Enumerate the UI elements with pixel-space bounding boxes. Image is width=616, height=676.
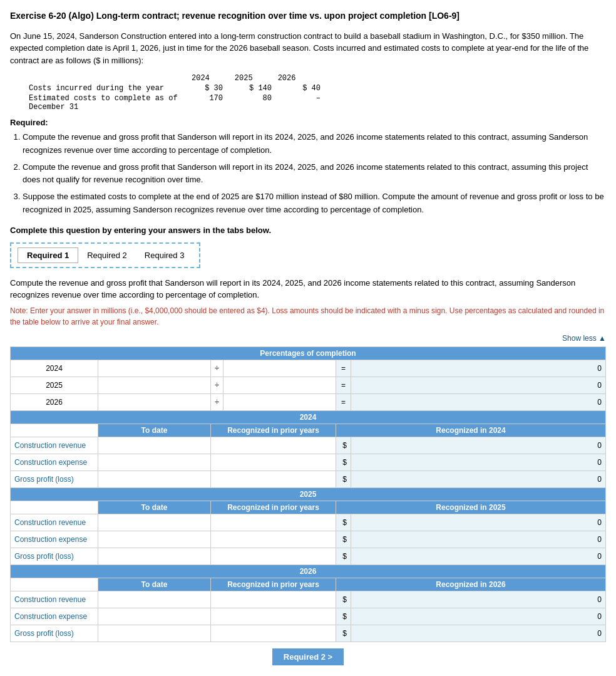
show-less-button[interactable]: Show less ▲: [10, 334, 606, 343]
dollar-gp-2026: $: [336, 625, 351, 642]
value-gp-2024: 0: [351, 471, 606, 487]
input-rev-todate-2025[interactable]: [98, 514, 211, 531]
pct-input-left-2026[interactable]: [98, 393, 211, 410]
pct-input-left-2025[interactable]: [98, 377, 211, 393]
divider-2025: ÷: [211, 377, 223, 393]
year-label-2025: 2025: [11, 487, 606, 501]
row-label-costs-incurred: Costs incurred during the year: [29, 84, 192, 93]
col-header-2025: 2025: [235, 74, 253, 83]
pct-input-right-2025[interactable]: [223, 377, 336, 393]
dollar-rev-2024: $: [336, 437, 351, 454]
row-gp-2024: Gross profit (loss) $ 0: [11, 471, 606, 487]
equals-2026: =: [336, 393, 351, 410]
row-gp-2026: Gross profit (loss) $ 0: [11, 625, 606, 642]
divider-2024: ÷: [211, 360, 223, 377]
dollar-exp-2024: $: [336, 454, 351, 471]
input-exp-todate-2024[interactable]: [98, 454, 211, 471]
divider-2026: ÷: [211, 393, 223, 410]
label-gp-2024: Gross profit (loss): [11, 471, 98, 487]
dollar-rev-2025: $: [336, 514, 351, 531]
col-to-date-2026: To date: [98, 578, 211, 591]
input-gp-prior-2025[interactable]: [211, 548, 336, 564]
data-table: 2024 2025 2026 Costs incurred during the…: [29, 74, 606, 112]
input-rev-prior-2025[interactable]: [211, 514, 336, 531]
input-exp-prior-2024[interactable]: [211, 454, 336, 471]
note-text: Note: Enter your answer in millions (i.e…: [10, 305, 606, 328]
input-exp-todate-2026[interactable]: [98, 608, 211, 625]
pct-value-2025: 0: [351, 377, 606, 393]
dollar-gp-2025: $: [336, 548, 351, 564]
required-2-label: Required 2 >: [284, 652, 332, 662]
row-label-estimated: Estimated costs to complete as of Decemb…: [29, 94, 192, 112]
requirements-list: Compute the revenue and gross profit tha…: [10, 131, 606, 217]
input-gp-prior-2026[interactable]: [211, 625, 336, 642]
col-headers-2026: To date Recognized in prior years Recogn…: [11, 578, 606, 591]
row-exp-2026: Construction expense $ 0: [11, 608, 606, 625]
input-gp-todate-2026[interactable]: [98, 625, 211, 642]
empty-col-2025: [11, 501, 98, 514]
label-rev-2025: Construction revenue: [11, 514, 98, 531]
input-exp-prior-2026[interactable]: [211, 608, 336, 625]
tabs-container: Required 1 Required 2 Required 3: [10, 242, 200, 268]
pct-row-2024: 2024 ÷ = 0: [11, 360, 606, 377]
dollar-exp-2026: $: [336, 608, 351, 625]
pct-header: Percentages of completion: [11, 346, 606, 360]
tab-required-1[interactable]: Required 1: [18, 247, 78, 263]
dollar-exp-2025: $: [336, 531, 351, 548]
pct-year-2026: 2026: [11, 393, 98, 410]
intro-text: On June 15, 2024, Sanderson Construction…: [10, 30, 606, 67]
value-gp-2026: 0: [351, 625, 606, 642]
pct-value-2026: 0: [351, 393, 606, 410]
year-header-2024: 2024: [11, 410, 606, 424]
row-rev-2026: Construction revenue $ 0: [11, 591, 606, 608]
input-rev-prior-2026[interactable]: [211, 591, 336, 608]
dollar-rev-2026: $: [336, 591, 351, 608]
col-headers-2025: To date Recognized in prior years Recogn…: [11, 501, 606, 514]
year-label-2026: 2026: [11, 564, 606, 578]
required-2-button[interactable]: Required 2 >: [272, 648, 344, 665]
pct-input-left-2024[interactable]: [98, 360, 211, 377]
value-rev-2026: 0: [351, 591, 606, 608]
label-exp-2025: Construction expense: [11, 531, 98, 548]
pct-value-2024: 0: [351, 360, 606, 377]
page-title: Exercise 6-20 (Algo) Long-term contract;…: [10, 10, 606, 23]
label-gp-2025: Gross profit (loss): [11, 548, 98, 564]
input-exp-todate-2025[interactable]: [98, 531, 211, 548]
equals-2024: =: [336, 360, 351, 377]
tab-required-2[interactable]: Required 2: [78, 248, 136, 263]
col-to-date-2025: To date: [98, 501, 211, 514]
input-gp-todate-2025[interactable]: [98, 548, 211, 564]
year-header-2026: 2026: [11, 564, 606, 578]
tab-required-3[interactable]: Required 3: [136, 248, 193, 263]
col-header-2026: 2026: [278, 74, 296, 83]
input-gp-prior-2024[interactable]: [211, 471, 336, 487]
est-2024: 170: [192, 94, 223, 112]
input-rev-todate-2026[interactable]: [98, 591, 211, 608]
value-rev-2025: 0: [351, 514, 606, 531]
pct-year-2024: 2024: [11, 360, 98, 377]
col-prior-2024: Recognized in prior years: [211, 424, 336, 437]
pct-input-right-2024[interactable]: [223, 360, 336, 377]
input-rev-prior-2024[interactable]: [211, 437, 336, 454]
input-exp-prior-2025[interactable]: [211, 531, 336, 548]
requirement-1: Compute the revenue and gross profit tha…: [23, 131, 606, 157]
row-exp-2024: Construction expense $ 0: [11, 454, 606, 471]
costs-2026: $ 40: [289, 84, 321, 93]
label-rev-2026: Construction revenue: [11, 591, 98, 608]
input-gp-todate-2024[interactable]: [98, 471, 211, 487]
label-exp-2024: Construction expense: [11, 454, 98, 471]
est-2025: 80: [240, 94, 272, 112]
row-exp-2025: Construction expense $ 0: [11, 531, 606, 548]
col-current-2026: Recognized in 2026: [336, 578, 606, 591]
est-2026: –: [289, 94, 321, 112]
year-label-2024: 2024: [11, 410, 606, 424]
row-rev-2025: Construction revenue $ 0: [11, 514, 606, 531]
value-exp-2026: 0: [351, 608, 606, 625]
pct-input-right-2026[interactable]: [223, 393, 336, 410]
costs-2024: $ 30: [192, 84, 223, 93]
equals-2025: =: [336, 377, 351, 393]
requirement-3: Suppose the estimated costs to complete …: [23, 190, 606, 217]
description-text: Compute the revenue and gross profit tha…: [10, 277, 606, 301]
input-rev-todate-2024[interactable]: [98, 437, 211, 454]
col-current-2025: Recognized in 2025: [336, 501, 606, 514]
